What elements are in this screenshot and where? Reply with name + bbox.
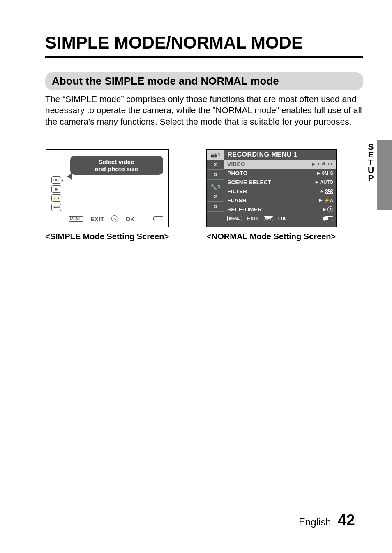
set-button-icon: SET [264,216,274,221]
wrench-icon: 🔧 [210,184,217,190]
menu-button-icon: MENU [227,216,242,221]
exit-label: EXIT [90,215,104,222]
flash-auto-icon: ⚡A [51,194,61,202]
row-label: SCENE SELECT [227,179,271,185]
exit-label: EXIT [247,215,259,222]
ok-label: OK [125,215,135,222]
menu-header: RECORDING MENU 1 [224,150,336,160]
page-title: SIMPLE MODE/NORMAL MODE [45,33,363,53]
normal-mode-screenshot: 📷1 2 3 🔧1 2 3 RECORDING MENU 1 VIDEO ▶Fu… [206,149,337,227]
value-8ms-icon: 8M-S [322,171,333,176]
value-auto-icon: AUTO [320,180,333,185]
value-filter-icon [325,189,333,194]
page-number: 42 [338,511,355,529]
option-tab-1: 🔧1 [207,182,224,192]
ok-label: OK [278,215,286,222]
menu-row-scene-select: SCENE SELECT ▶AUTO [224,178,336,187]
row-label: PHOTO [227,170,247,176]
value-fullhd-icon: Full-HD [317,162,333,167]
rec-tab-3: 3 [207,170,224,180]
battery-icon [154,216,163,221]
row-label: SELF-TIMER [227,206,262,213]
menu-row-flash: FLASH ▶⚡A [224,196,336,205]
section-heading: About the SIMPLE mode and NORMAL mode [45,72,363,90]
row-label: FILTER [227,188,247,194]
option-tab-3: 3 [207,202,224,212]
camera-icon: 📷 [210,152,217,158]
side-tab-label: SETUP [366,142,376,181]
side-tab-indicator [377,140,392,210]
rec-tab-1: 📷1 [207,150,224,160]
menu-row-video: VIDEO ▶Full-HD [224,160,336,169]
pointer-icon: ◂ [61,178,63,183]
option-tab-2: 2 [207,192,224,202]
row-label: FLASH [227,197,247,204]
body-paragraph: The “SIMPLE mode” comprises only those f… [45,93,363,127]
row-label: VIDEO [227,161,245,167]
simple-tooltip: Select videoand photo size [70,156,163,175]
rec-tab-2: 2 [207,160,224,170]
normal-caption: <NORMAL Mode Setting Screen> [207,231,336,241]
menu-row-self-timer: SELF-TIMER ▶ [224,205,336,214]
value-timer-icon [327,206,333,212]
simple-icon-list: HD ◆ ⚡A S▸N [51,176,61,211]
simple-mode-screenshot: Select videoand photo size ◂ HD ◆ ⚡A S▸N… [46,149,169,227]
menu-button-icon: MENU [69,216,83,222]
value-flash-auto-icon: ⚡A [324,198,334,203]
hd-icon: HD [51,176,61,184]
title-underline [45,56,363,58]
simple-footer-bar: MENU EXIT S OK [69,215,163,222]
set-button-icon: S [111,215,118,222]
language-label: English [299,516,331,528]
normal-footer-bar: MENU EXIT SET OK [224,214,336,223]
menu-row-photo: PHOTO ▶8M-S [224,169,336,178]
page-footer: English 42 [299,511,355,529]
normal-left-tabs: 📷1 2 3 🔧1 2 3 [207,150,224,227]
photo-size-icon: ◆ [51,185,61,193]
mode-switch-icon: S▸N [51,204,61,211]
simple-caption: <SIMPLE Mode Setting Screen> [45,231,169,241]
menu-row-filter: FILTER ▶ [224,187,336,196]
battery-icon [324,216,333,221]
